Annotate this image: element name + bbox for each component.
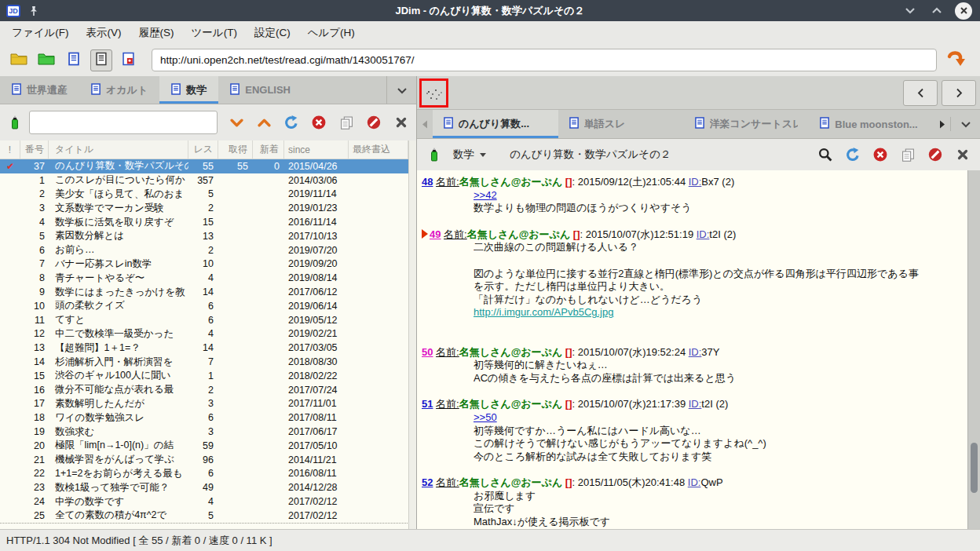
search-next-icon[interactable] [229, 115, 244, 130]
thread-list-row[interactable]: 1 このスレが目についたら何か 357 2014/03/06 [0, 173, 409, 188]
thread-list-row[interactable]: 11 てすと 6 2019/05/12 [0, 313, 409, 327]
image-next-button[interactable] [942, 80, 976, 106]
board-tab[interactable]: ENGLISH [218, 76, 302, 104]
column-got[interactable]: 取得 [218, 140, 253, 159]
post-name-label[interactable]: 名前: [444, 228, 467, 240]
thread-list-row[interactable]: 3 文系数学でマーカン受験 2 2019/01/23 [0, 201, 409, 215]
url-input[interactable] [152, 49, 937, 71]
thread-list-row[interactable]: 5 素因数分解とは 13 2017/10/13 [0, 229, 409, 243]
thread-list-row[interactable]: 25 全ての素数の積が4π^2で 5 2017/02/12 [0, 509, 409, 523]
thread-tab-list-button[interactable] [950, 117, 980, 131]
post-number-link[interactable]: 49 [430, 228, 441, 240]
tab-scroll-left-icon[interactable] [417, 110, 433, 138]
url-link[interactable]: http://i.imgur.com/APvb5Cg.jpg [474, 306, 967, 319]
post-name-label[interactable]: 名前: [436, 176, 459, 188]
post-id-label[interactable]: ID: [689, 346, 702, 358]
menu-item[interactable]: 表示(V) [78, 23, 130, 43]
block-icon[interactable] [927, 147, 943, 162]
board-tab[interactable]: オカルト [79, 76, 159, 104]
thread-list-row[interactable]: 23 数検1級って独学で可能？ 49 2014/12/28 [0, 480, 409, 494]
reload-icon[interactable] [845, 147, 861, 162]
thread-list-row[interactable]: 10 頭の柔軟クイズ 6 2019/06/14 [0, 299, 409, 313]
column-since[interactable]: since [284, 140, 349, 159]
thread-list-row[interactable]: 4 数学板に活気を取り戻すぞ 15 2016/11/14 [0, 215, 409, 229]
post-id-label[interactable]: ID: [697, 228, 710, 240]
thread-tab[interactable]: Blue moonston... [809, 110, 934, 138]
copy-icon[interactable] [900, 147, 916, 162]
board-view-button[interactable] [63, 49, 85, 71]
open-url-button[interactable] [945, 49, 967, 71]
image-view-button[interactable] [118, 49, 140, 71]
close-panel-icon[interactable] [955, 147, 971, 162]
board-tab[interactable]: 世界遺産 [0, 76, 79, 104]
thread-tab[interactable]: 単語スレ [558, 110, 684, 138]
stop-icon[interactable] [311, 115, 327, 130]
thread-list-row[interactable]: ✔ 37 のんびり算数・数学パズルその２ 55 55 0 2015/04/26 [0, 159, 409, 173]
search-prev-icon[interactable] [256, 115, 272, 130]
thread-list-row[interactable]: 20 極限「lim[n→1-0](n)」の結 59 2017/05/10 [0, 439, 409, 453]
image-prev-button[interactable] [903, 80, 938, 106]
thread-list-row[interactable]: 6 お前ら… 2 2019/07/20 [0, 243, 409, 257]
thread-list-row[interactable]: 19 数強求む 3 2017/06/17 [0, 425, 409, 439]
post-number-link[interactable]: 51 [422, 398, 433, 410]
stop-icon[interactable] [872, 147, 888, 162]
thread-view-button[interactable] [90, 49, 112, 71]
thread-scrollbar[interactable] [967, 170, 980, 529]
close-panel-icon[interactable] [393, 115, 409, 130]
board-tab[interactable]: 数学 [159, 76, 218, 104]
thread-list-row[interactable]: 13 【超難問】1＋1=？ 14 2017/03/05 [0, 341, 409, 355]
thread-list-row[interactable]: 9 数学にはまったきっかけを教 14 2017/06/12 [0, 285, 409, 299]
thread-list-row[interactable]: 21 機械学習をがんばって学ぶ 96 2014/11/21 [0, 453, 409, 467]
thread-list-row[interactable]: 24 中学の数学です 4 2017/02/12 [0, 494, 409, 509]
post-name-label[interactable]: 名前: [436, 398, 459, 410]
thread-list-row[interactable]: 8 青チャートやるぞ〜 4 2019/08/14 [0, 271, 409, 285]
reload-icon[interactable] [283, 115, 299, 130]
thread-list-row[interactable]: 22 1+1=2をお前らが考える最も 6 2016/08/11 [0, 467, 409, 481]
column-last-write[interactable]: 最終書込 [349, 140, 408, 159]
thread-list-row[interactable]: 7 バナー応募スレin数学 10 2019/09/20 [0, 257, 409, 272]
image-thumbnail-selected[interactable] [419, 78, 448, 108]
maximize-button[interactable] [928, 2, 945, 20]
thread-list-row[interactable]: 17 素数解明したんだが 3 2017/11/01 [0, 397, 409, 411]
thread-list-scrollbar[interactable] [408, 140, 416, 529]
column-res[interactable]: レス [188, 140, 218, 159]
post-number-link[interactable]: 50 [422, 346, 433, 358]
thread-list-row[interactable]: 15 渋谷のギャル100人に聞い 1 2018/02/22 [0, 369, 409, 383]
tab-scroll-right-icon[interactable] [934, 110, 950, 138]
board-select-dropdown[interactable]: 数学 [453, 148, 486, 162]
thread-tab[interactable]: 洋楽コンサートスレ [684, 110, 810, 138]
post-id-label[interactable]: ID: [688, 476, 701, 488]
post-name-label[interactable]: 名前: [436, 476, 459, 488]
minimize-button[interactable] [901, 2, 919, 20]
search-icon[interactable] [817, 147, 833, 162]
favorites-folder-button[interactable] [35, 49, 57, 71]
post-id-label[interactable]: ID: [689, 176, 702, 188]
menu-item[interactable]: 履歴(S) [130, 23, 183, 43]
thread-tab[interactable]: のんびり算数... [433, 110, 558, 138]
thread-list-row[interactable]: 16 微分不可能な点が表れる最 2 2017/07/24 [0, 383, 409, 397]
thread-list-row[interactable]: 14 杉浦解析入門・解析演習を 7 2018/08/30 [0, 355, 409, 369]
block-icon[interactable] [366, 115, 382, 130]
column-number[interactable]: 番号 [20, 140, 49, 159]
column-mark[interactable]: ! [0, 140, 20, 159]
anchor-link[interactable]: >>42 [474, 189, 967, 203]
copy-icon[interactable] [338, 115, 354, 130]
thread-list-row[interactable]: 18 ワイの数学勉強スレ 6 2017/08/11 [0, 411, 409, 425]
thread-list-row[interactable]: 12 中二で数検準一級受かった 4 2019/02/21 [0, 327, 409, 341]
post-id-label[interactable]: ID: [689, 398, 702, 410]
boards-folder-button[interactable] [8, 49, 30, 71]
column-title[interactable]: タイトル [49, 140, 188, 159]
post-number-link[interactable]: 52 [422, 476, 433, 488]
close-window-button[interactable] [955, 2, 972, 20]
board-filter-input[interactable] [29, 111, 218, 134]
menu-item[interactable]: ファイル(F) [3, 23, 78, 43]
menu-item[interactable]: ヘルプ(H) [299, 23, 364, 43]
scrollbar-thumb[interactable] [971, 443, 978, 493]
board-tab-list-button[interactable] [386, 76, 416, 104]
anchor-link[interactable]: >>50 [474, 411, 967, 425]
pencil-icon[interactable] [426, 147, 442, 162]
menu-item[interactable]: ツール(T) [183, 23, 246, 43]
menu-item[interactable]: 設定(C) [246, 23, 299, 43]
post-name-label[interactable]: 名前: [436, 346, 459, 358]
column-new[interactable]: 新着 [253, 140, 284, 159]
